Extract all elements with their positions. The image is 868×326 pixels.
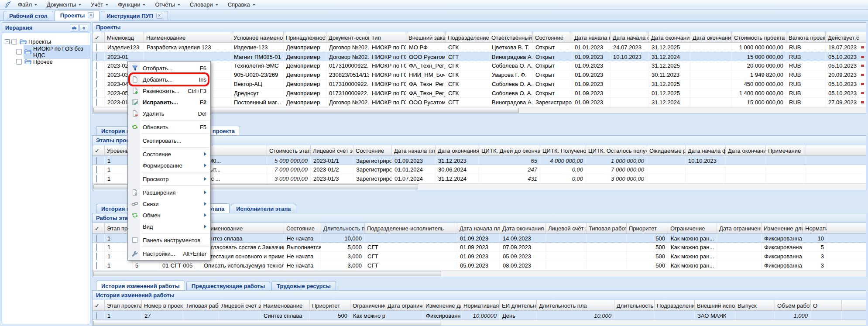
column-header[interactable]: Примечание — [766, 145, 806, 155]
column-header[interactable]: Наименование — [261, 300, 310, 310]
column-header[interactable]: Внешний заказчик — [406, 32, 446, 42]
context-menu-item[interactable]: Уд​алитьDel — [128, 108, 210, 119]
context-menu-item-highlighted[interactable]: Добавить...Ins — [128, 74, 210, 85]
context-menu-item[interactable]: Расширения — [128, 187, 210, 198]
collapse-icon[interactable]: « — [79, 24, 88, 32]
menubar-item[interactable]: Файл — [13, 0, 42, 9]
context-menu-item[interactable]: Состояние — [128, 148, 210, 160]
column-header[interactable]: Наименование — [201, 223, 284, 233]
column-header[interactable]: Типовая работа — [587, 223, 627, 233]
column-header[interactable]: Ожидаемые резул — [647, 145, 686, 155]
window-tab[interactable]: Рабочий стол — [3, 11, 53, 20]
row-checkbox[interactable] — [96, 44, 97, 51]
tree-checkbox[interactable] — [16, 59, 22, 65]
context-menu-item[interactable]: Связи — [128, 198, 210, 209]
column-header[interactable]: Объём работы пла — [775, 300, 811, 310]
column-header[interactable]: ЦИТК. Получено д/с — [540, 145, 586, 155]
menubar-item[interactable]: Функции — [113, 0, 150, 9]
scrollbar-thumb[interactable] — [93, 321, 441, 326]
column-header[interactable]: Дата окончания ф — [690, 32, 732, 42]
column-header[interactable]: ЕИ длительности — [500, 300, 537, 310]
tab-work-history[interactable]: Трудовые ресурсы — [271, 281, 336, 290]
column-header[interactable]: Лицевой счёт затрат. — [311, 145, 353, 155]
column-header[interactable]: Наименование — [144, 32, 231, 42]
column-header[interactable]: Дата окончания план — [436, 145, 479, 155]
scrollbar-thumb[interactable] — [93, 271, 441, 276]
column-header[interactable]: Внешний исполни — [695, 300, 735, 310]
column-header[interactable]: Ограничение — [350, 300, 385, 310]
column-header[interactable]: Действует с — [826, 32, 866, 42]
menubar-item[interactable]: Словари — [185, 0, 223, 9]
work-history-hscrollbar[interactable] — [93, 320, 866, 326]
row-checkbox[interactable] — [96, 175, 97, 182]
row-checkbox[interactable] — [96, 166, 97, 173]
menubar-item[interactable]: Справка — [223, 0, 260, 9]
row-checkbox[interactable] — [96, 62, 97, 69]
context-menu-item[interactable]: Настройки...Alt+Enter — [128, 248, 210, 259]
column-header[interactable]: Изменение длител — [423, 300, 461, 310]
column-header[interactable]: Тип — [369, 32, 406, 42]
row-checkbox[interactable] — [96, 157, 97, 165]
context-menu-item[interactable]: ОбновитьF5 — [128, 121, 210, 133]
column-header[interactable]: Ограничение — [668, 223, 717, 233]
column-header[interactable]: Дата ограничения — [385, 300, 423, 310]
tab-works[interactable]: Исполнители этапа — [231, 204, 296, 213]
column-header[interactable]: О — [811, 300, 842, 310]
column-header[interactable]: Стоимость проекта — [732, 32, 786, 42]
context-menu-item[interactable]: Панель инструментов — [128, 234, 210, 246]
table-row[interactable]: Изделие123Разработка изделия 123Изделие-… — [93, 43, 866, 52]
column-header[interactable]: Состояние — [353, 145, 392, 155]
context-menu-item[interactable]: Скопировать... — [128, 135, 210, 146]
context-menu-item[interactable]: Исправить...F2 — [128, 96, 210, 108]
column-header[interactable]: Дата начала план. — [572, 32, 611, 42]
row-checkbox[interactable] — [96, 71, 97, 79]
table-row[interactable]: 1501-СГТ-005Описать используемую техноло… — [93, 261, 866, 270]
context-menu-item[interactable]: Формирование — [128, 160, 210, 171]
column-header[interactable]: Дата ограничения — [717, 223, 762, 233]
column-header[interactable]: Дата окончания план — [500, 223, 546, 233]
close-icon[interactable] — [88, 12, 94, 18]
context-menu-item[interactable]: Размножить...Ctrl+F3 — [128, 85, 210, 96]
context-menu-item[interactable]: Просмотр — [128, 173, 210, 185]
tab-work-history[interactable]: Предшествующие работы — [186, 281, 270, 290]
window-tab[interactable]: Инструкции ПУП — [101, 11, 168, 20]
column-header[interactable]: Дата начала план. — [457, 223, 500, 233]
column-header[interactable]: Подразделение-исполнитель — [365, 223, 457, 233]
column-header[interactable]: Дата окончания ф — [726, 145, 766, 155]
column-header[interactable]: Нормативная длит — [803, 223, 827, 233]
column-header[interactable]: Номер в проекте — [142, 300, 183, 310]
column-header[interactable]: Стоимость этапа — [267, 145, 311, 155]
menubar-item[interactable]: Документы — [42, 0, 86, 9]
column-header[interactable]: Подразделение-от — [446, 32, 489, 42]
column-header[interactable]: Дата окончания пл — [649, 32, 690, 42]
tab-work-history[interactable]: История изменений работы — [96, 281, 185, 291]
column-header[interactable]: Длительность фак — [614, 300, 655, 310]
tree-collapse-toggle[interactable] — [5, 39, 10, 44]
column-header[interactable]: Подразделение-ис — [655, 300, 695, 310]
column-header[interactable]: Состояние — [533, 32, 572, 42]
column-header[interactable]: ЦИТК. Дней до окончания — [479, 145, 540, 155]
column-header[interactable]: ✓ — [93, 223, 105, 233]
column-header[interactable]: Этап проекта — [105, 300, 142, 310]
close-icon[interactable] — [156, 13, 162, 19]
tree-checkbox[interactable] — [11, 39, 17, 45]
menubar-item[interactable]: Отчёты — [150, 0, 185, 9]
binoculars-icon[interactable] — [70, 24, 79, 32]
row-checkbox[interactable] — [96, 253, 97, 260]
column-header[interactable]: Документ-основан — [326, 32, 369, 42]
column-header[interactable]: Приоритет — [627, 223, 668, 233]
column-header[interactable]: Лицевой счёт затр — [219, 300, 261, 310]
column-header[interactable]: ✓ — [93, 300, 105, 310]
column-header[interactable]: ЦИТК. Осталось получить д/с — [586, 145, 647, 155]
column-header[interactable]: Приоритет — [310, 300, 350, 310]
window-tab[interactable]: Проекты — [55, 10, 99, 21]
menubar-item[interactable]: Учёт — [86, 0, 113, 9]
column-header[interactable]: Мнемокод — [105, 32, 144, 42]
column-header[interactable]: Выпуск — [735, 300, 775, 310]
column-header[interactable]: Длительность пла — [537, 300, 614, 310]
context-menu-item[interactable]: Вид — [128, 221, 210, 232]
row-checkbox[interactable] — [96, 99, 97, 106]
context-menu-item[interactable]: Отобрать...F6 — [128, 62, 210, 74]
works-hscrollbar[interactable] — [93, 270, 866, 277]
column-header[interactable]: Длительность план — [321, 223, 365, 233]
